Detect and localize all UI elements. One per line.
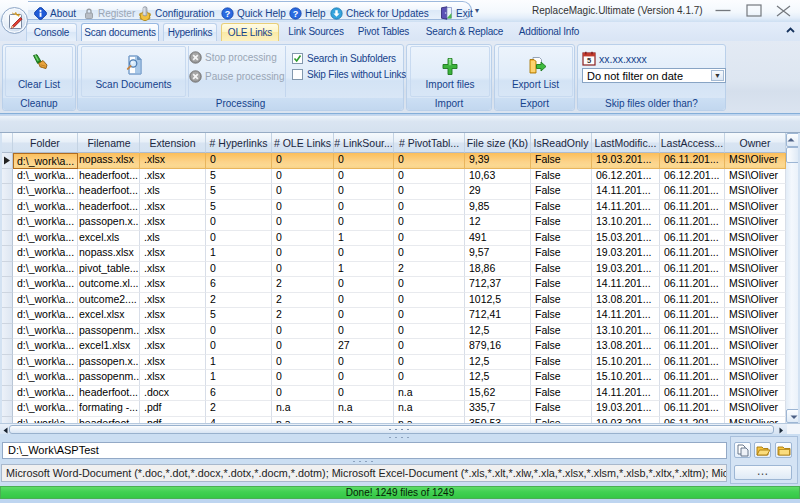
- svg-text:5: 5: [587, 56, 591, 65]
- svg-text:?: ?: [293, 8, 299, 18]
- svg-text:?: ?: [225, 8, 231, 18]
